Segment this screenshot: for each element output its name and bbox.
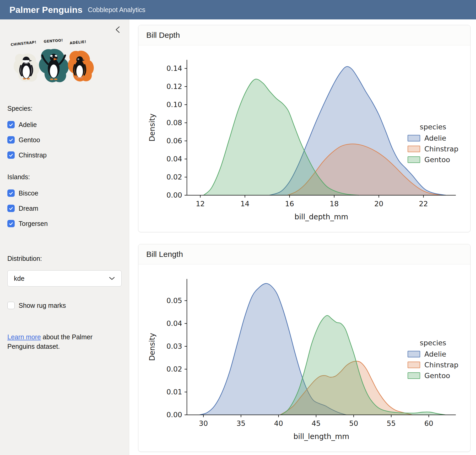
x-tick-label: 40	[274, 419, 283, 427]
legend-swatch	[408, 146, 420, 152]
card-bill-depth: Bill Depth 1214161820220.000.020.040.060…	[138, 25, 470, 232]
checkbox-species-gentoo[interactable]: Gentoo	[7, 135, 122, 144]
x-tick-label: 35	[236, 419, 245, 427]
bill-length-card-title: Bill Length	[138, 244, 470, 264]
checkbox-box[interactable]	[7, 302, 15, 309]
check-icon	[9, 207, 13, 210]
chevron-down-icon	[109, 277, 115, 280]
check-icon	[9, 138, 13, 142]
checkbox-label: Dream	[19, 205, 38, 212]
legend-item-gentoo: Gentoo	[408, 372, 458, 380]
legend-swatch	[408, 351, 420, 357]
y-tick-label: 0.12	[166, 82, 182, 91]
y-tick-label: 0.00	[166, 411, 182, 419]
adelie-label: ADÉLIE!	[69, 39, 86, 45]
checkbox-box[interactable]	[7, 205, 15, 212]
x-tick-label: 22	[419, 200, 428, 208]
x-tick-label: 45	[312, 419, 321, 427]
legend-label: Gentoo	[424, 372, 450, 380]
check-icon	[9, 192, 13, 195]
y-tick-label: 0.04	[166, 319, 182, 327]
check-icon	[9, 123, 13, 126]
checkbox-label: Torgersen	[19, 220, 48, 228]
adelie-penguin: ADÉLIE!	[68, 39, 94, 81]
legend-item-chinstrap: Chinstrap	[408, 145, 458, 153]
x-axis-label: bill_length_mm	[294, 432, 349, 441]
x-tick-label: 55	[387, 419, 396, 427]
bill-length-legend: speciesAdelieChinstrapGentoo	[408, 339, 458, 382]
distribution-label: Distribution:	[7, 255, 122, 262]
checkbox-box[interactable]	[7, 189, 15, 197]
check-icon	[9, 154, 13, 157]
legend-title: species	[408, 339, 458, 347]
legend-item-adelie: Adelie	[408, 350, 458, 358]
learn-more-link[interactable]: Learn more	[7, 333, 41, 341]
distribution-selected-value: kde	[14, 275, 24, 282]
y-axis-label: Density	[148, 333, 156, 361]
legend-swatch	[408, 135, 420, 141]
x-tick-label: 16	[285, 200, 294, 208]
checkbox-box[interactable]	[7, 121, 15, 128]
check-icon	[9, 222, 13, 225]
bill-depth-card-title: Bill Depth	[138, 25, 470, 45]
bill-depth-plot-area: 1214161820220.000.020.040.060.080.100.12…	[138, 45, 470, 232]
y-axis-label: Density	[148, 114, 156, 141]
checkbox-box[interactable]	[7, 220, 15, 227]
chevron-left-icon	[114, 26, 121, 34]
chinstrap-penguin: CHINSTRAP!	[10, 40, 40, 82]
x-tick-label: 50	[349, 419, 358, 427]
legend-label: Chinstrap	[424, 361, 458, 369]
collapse-sidebar-button[interactable]	[114, 26, 121, 34]
legend-label: Gentoo	[424, 156, 450, 164]
legend-item-adelie: Adelie	[408, 134, 458, 142]
legend-label: Chinstrap	[424, 145, 458, 153]
main-content: Bill Depth 1214161820220.000.020.040.060…	[129, 19, 476, 455]
checkbox-species-adelie[interactable]: Adelie	[7, 120, 122, 129]
checkbox-label: Biscoe	[19, 189, 38, 197]
x-tick-label: 30	[199, 419, 208, 427]
checkbox-island-biscoe[interactable]: Biscoe	[7, 189, 122, 198]
legend-swatch	[408, 156, 420, 163]
x-tick-label: 12	[196, 200, 205, 208]
checkbox-island-torgersen[interactable]: Torgersen	[7, 219, 122, 228]
checkbox-show-rug-marks[interactable]: Show rug marks	[7, 301, 122, 310]
y-tick-label: 0.03	[166, 342, 182, 350]
x-axis-label: bill_depth_mm	[294, 213, 348, 221]
x-tick-label: 60	[424, 419, 433, 427]
legend-swatch	[408, 372, 420, 379]
chinstrap-label: CHINSTRAP!	[10, 40, 37, 47]
checkbox-box[interactable]	[7, 151, 15, 159]
gentoo-label: GENTOO!	[44, 38, 63, 44]
legend-swatch	[408, 362, 420, 368]
checkbox-species-chinstrap[interactable]: Chinstrap	[7, 151, 122, 160]
penguins-artwork-image: CHINSTRAP! GENTOO!	[9, 35, 95, 91]
y-tick-label: 0.10	[166, 100, 182, 109]
app-header: Palmer Penguins Cobblepot Analytics	[0, 0, 476, 19]
x-tick-label: 14	[240, 200, 249, 208]
sidebar: CHINSTRAP! GENTOO!	[0, 19, 129, 455]
x-tick-label: 20	[374, 200, 383, 208]
gentoo-penguin: GENTOO!	[39, 38, 69, 82]
checkbox-island-dream[interactable]: Dream	[7, 204, 122, 213]
y-tick-label: 0.05	[166, 297, 182, 305]
bill-length-plot-area: 303540455055600.000.010.020.030.040.05bi…	[138, 264, 470, 452]
legend-label: Adelie	[424, 134, 446, 142]
islands-section-label: Islands:	[7, 173, 122, 181]
y-tick-label: 0.06	[166, 137, 182, 145]
species-section-label: Species:	[7, 105, 122, 112]
legend-title: species	[408, 123, 458, 131]
x-tick-label: 18	[330, 200, 339, 208]
app-title: Palmer Penguins	[9, 5, 83, 15]
learn-more-text: Learn more about the Palmer Penguins dat…	[7, 332, 120, 351]
checkbox-label: Adelie	[19, 121, 37, 129]
y-tick-label: 0.14	[166, 64, 182, 72]
y-tick-label: 0.01	[166, 388, 182, 396]
checkbox-label: Chinstrap	[19, 151, 47, 159]
legend-item-chinstrap: Chinstrap	[408, 361, 458, 369]
distribution-select[interactable]: kde	[7, 270, 122, 287]
app-subtitle: Cobblepot Analytics	[88, 6, 145, 14]
checkbox-label: Gentoo	[19, 136, 40, 144]
checkbox-box[interactable]	[7, 136, 15, 144]
y-tick-label: 0.02	[166, 173, 182, 181]
y-tick-label: 0.00	[166, 191, 182, 199]
